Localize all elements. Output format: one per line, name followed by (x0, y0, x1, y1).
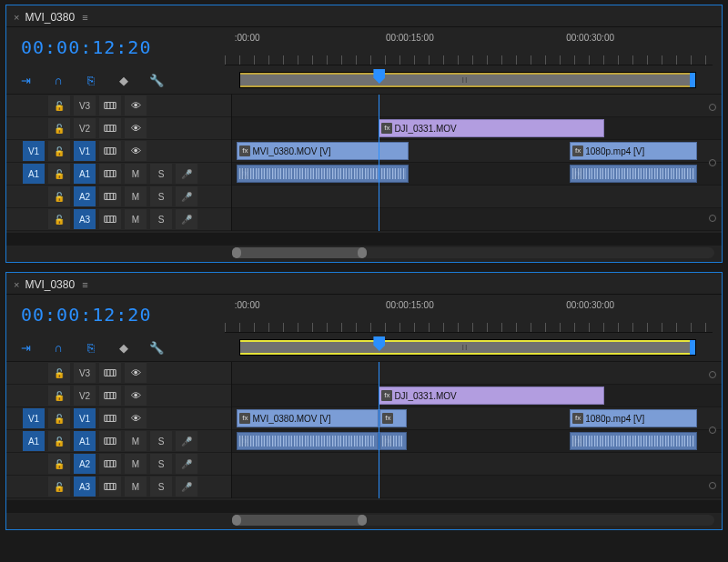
solo-button[interactable]: S (150, 186, 172, 206)
solo-button[interactable]: S (150, 431, 172, 451)
sync-lock-icon[interactable] (99, 386, 121, 406)
linked-selection-icon[interactable]: ⎘ (83, 340, 99, 356)
lock-icon[interactable] (48, 408, 70, 428)
track-target-v3[interactable]: V3 (74, 363, 96, 383)
mute-button[interactable]: M (125, 186, 147, 206)
track-scroll-dots[interactable] (707, 95, 718, 231)
track-header-v1[interactable]: V1 V1 (6, 407, 231, 430)
voiceover-mic-icon[interactable] (176, 186, 197, 206)
voiceover-mic-icon[interactable] (176, 164, 197, 184)
settings-wrench-icon[interactable]: 🔧 (148, 340, 165, 356)
source-patch-a1[interactable]: A1 (23, 164, 45, 184)
snap-icon[interactable]: ∩ (50, 73, 66, 89)
panel-menu-icon[interactable]: ≡ (82, 12, 87, 23)
track-a1[interactable]: fx fx fx (232, 430, 722, 453)
track-target-a1[interactable]: A1 (74, 164, 96, 184)
lock-icon[interactable] (48, 431, 70, 451)
track-header-v1[interactable]: V1 V1 (6, 140, 231, 163)
sync-lock-icon[interactable] (99, 454, 121, 474)
work-area-range[interactable]: II (240, 340, 690, 355)
track-v2[interactable]: fx DJI_0331.MOV (232, 385, 722, 407)
sync-lock-icon[interactable] (99, 118, 121, 138)
toggle-output-icon[interactable] (125, 408, 147, 428)
lock-icon[interactable] (48, 363, 70, 383)
sequence-tab[interactable]: MVI_0380 (25, 11, 75, 24)
playhead-timecode[interactable]: 00:00:12:20 (15, 304, 225, 326)
clip-mvi[interactable]: fx MVI_0380.MOV [V] (237, 142, 408, 160)
track-header-a2[interactable]: A2 M S (6, 453, 231, 476)
track-target-a2[interactable]: A2 (74, 454, 96, 474)
clip-audio-mvi-part2[interactable]: fx (379, 432, 407, 450)
source-patch-v1[interactable]: V1 (23, 408, 45, 428)
zoom-thumb[interactable] (232, 515, 367, 526)
playhead-timecode[interactable]: 00:00:12:20 (15, 36, 225, 58)
source-patch-v1[interactable]: V1 (23, 141, 45, 161)
mute-button[interactable]: M (125, 209, 147, 229)
lock-icon[interactable] (48, 477, 70, 497)
settings-wrench-icon[interactable]: 🔧 (148, 73, 165, 89)
track-a3[interactable] (232, 208, 722, 231)
clip-audio-mvi-part1[interactable]: fx (237, 432, 379, 450)
clip-1080p[interactable]: fx 1080p.mp4 [V] (570, 142, 697, 160)
sequence-tab[interactable]: MVI_0380 (25, 278, 75, 291)
time-ruler[interactable]: :00:00 00:00:15:00 00:00:30:00 (225, 296, 713, 333)
clip-dji[interactable]: fx DJI_0331.MOV (379, 119, 603, 137)
lock-icon[interactable] (48, 95, 70, 115)
mute-button[interactable]: M (125, 477, 147, 497)
zoom-slider[interactable] (232, 247, 714, 258)
track-target-v3[interactable]: V3 (74, 95, 96, 115)
voiceover-mic-icon[interactable] (176, 477, 197, 497)
work-area-handle[interactable] (690, 73, 695, 87)
marker-icon[interactable]: ◆ (116, 340, 132, 356)
track-header-v3[interactable]: V3 (6, 95, 231, 117)
insert-overwrite-icon[interactable]: ⇥ (17, 73, 34, 89)
solo-button[interactable]: S (150, 454, 172, 474)
solo-button[interactable]: S (150, 477, 172, 497)
track-a2[interactable] (232, 453, 722, 476)
clip-audio-1080p[interactable]: fx (570, 165, 697, 183)
track-header-a3[interactable]: A3 M S (6, 208, 231, 231)
mute-button[interactable]: M (125, 454, 147, 474)
work-area-handle[interactable] (690, 340, 695, 355)
lock-icon[interactable] (48, 454, 70, 474)
track-v1[interactable]: fx MVI_0380.MOV [V] fx 1080p.mp4 [V] (232, 140, 722, 163)
voiceover-mic-icon[interactable] (176, 454, 197, 474)
track-target-a1[interactable]: A1 (74, 431, 96, 451)
sync-lock-icon[interactable] (99, 477, 121, 497)
solo-button[interactable]: S (150, 209, 172, 229)
track-header-a1[interactable]: A1 A1 M S (6, 163, 231, 186)
toggle-output-icon[interactable] (125, 95, 147, 115)
toggle-output-icon[interactable] (125, 118, 147, 138)
track-target-v1[interactable]: V1 (74, 141, 96, 161)
track-target-v2[interactable]: V2 (74, 386, 96, 406)
work-area-bar[interactable]: II (239, 72, 696, 88)
track-header-v3[interactable]: V3 (6, 362, 231, 385)
track-scroll-dots[interactable] (707, 362, 718, 498)
sync-lock-icon[interactable] (99, 141, 121, 161)
track-header-a3[interactable]: A3 M S (6, 476, 231, 498)
lock-icon[interactable] (48, 186, 70, 206)
zoom-thumb[interactable] (232, 247, 367, 258)
sync-lock-icon[interactable] (99, 186, 121, 206)
track-a1[interactable]: fx fx (232, 163, 722, 186)
marker-icon[interactable]: ◆ (116, 73, 132, 89)
snap-icon[interactable]: ∩ (50, 340, 66, 356)
close-icon[interactable]: × (14, 279, 19, 290)
playhead[interactable] (379, 362, 379, 498)
track-target-a2[interactable]: A2 (74, 186, 96, 206)
clip-1080p[interactable]: fx 1080p.mp4 [V] (570, 409, 697, 427)
track-target-a3[interactable]: A3 (74, 209, 96, 229)
close-icon[interactable]: × (14, 12, 19, 23)
track-target-v1[interactable]: V1 (74, 408, 96, 428)
lock-icon[interactable] (48, 209, 70, 229)
toggle-output-icon[interactable] (125, 141, 147, 161)
track-a2[interactable] (232, 186, 722, 208)
sync-lock-icon[interactable] (99, 431, 121, 451)
voiceover-mic-icon[interactable] (176, 209, 197, 229)
sync-lock-icon[interactable] (99, 363, 121, 383)
toggle-output-icon[interactable] (125, 386, 147, 406)
lock-icon[interactable] (48, 386, 70, 406)
timeline-clip-area[interactable]: II fx DJI_0331.MOV fx MVI_0380.MOV [V] f… (232, 95, 722, 231)
clip-audio-1080p[interactable]: fx (570, 432, 697, 450)
horizontal-scrollbar[interactable] (6, 500, 722, 513)
